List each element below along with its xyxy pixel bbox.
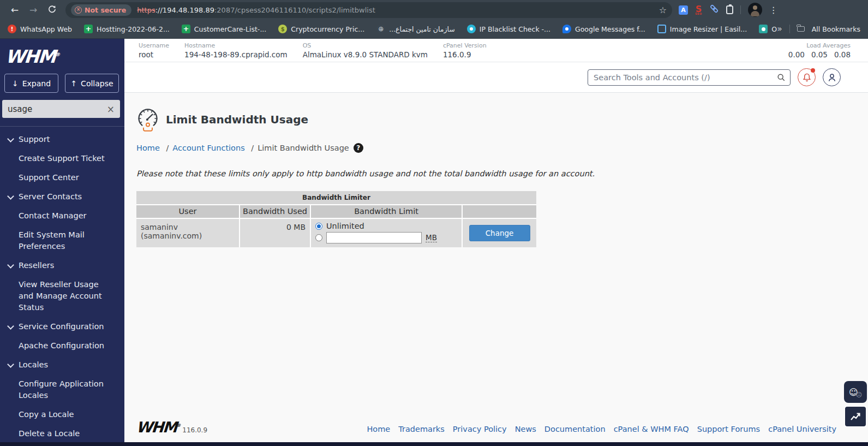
footer-link[interactable]: Support Forums — [697, 425, 760, 433]
sidebar-nav-row[interactable]: Service Configuration — [0, 317, 124, 336]
footer-link[interactable]: Documentation — [544, 425, 606, 433]
limit-value-input[interactable] — [326, 232, 422, 243]
header-search — [588, 69, 791, 86]
bookmark-item[interactable]: Cryptocurrency Pric... — [278, 25, 364, 33]
whm-app: WHM® ↓Expand ↑Collapse × Support — [0, 39, 868, 442]
bookmark-label: Cryptocurrency Pric... — [291, 25, 364, 33]
footer-link[interactable]: News — [515, 425, 536, 433]
breadcrumb-link[interactable]: Home — [136, 144, 160, 152]
feedback-button[interactable]: ☺☹ — [844, 381, 867, 403]
not-secure-chip[interactable]: × Not secure — [71, 4, 131, 16]
load-average-value: 0.05 — [811, 50, 828, 59]
unlimited-radio[interactable] — [315, 223, 322, 230]
sidebar-nav-row[interactable]: Apache Configuration — [0, 336, 124, 355]
sidebar-nav-row[interactable]: Resellers — [0, 256, 124, 275]
unlimited-label: Unlimited — [326, 222, 364, 230]
seo-extension-icon[interactable]: SSEO — [695, 5, 702, 15]
footer-link[interactable]: cPanel & WHM FAQ — [614, 425, 689, 433]
bookmarks-overflow-icon[interactable]: » — [777, 24, 782, 34]
action-cell: Change — [463, 219, 536, 247]
sidebar-nav-label: Configure Application Locales — [19, 378, 115, 401]
bookmark-item[interactable]: Hostting-2022-06-2... — [84, 25, 170, 33]
load-averages-label: Load Averages — [788, 42, 851, 49]
user-cell: samaninv (samaninv.com) — [136, 219, 239, 247]
sidebar-nav-row[interactable]: Create Support Ticket — [0, 149, 124, 168]
bookmark-label: CustomerCare-List-... — [194, 25, 266, 33]
whm-logo: WHM® — [5, 46, 61, 67]
breadcrumb-separator: / — [166, 144, 169, 152]
notifications-button[interactable] — [798, 68, 816, 86]
chevron-down-icon — [7, 324, 15, 329]
sidebar-nav-row[interactable]: Server Contacts — [0, 187, 124, 206]
extensions-icon[interactable] — [726, 5, 733, 14]
bookmark-item[interactable]: CustomerCare-List-... — [182, 25, 266, 33]
sidebar-nav-row[interactable]: Delete a Locale — [0, 424, 124, 442]
sidebar-nav-row[interactable]: Support Center — [0, 168, 124, 187]
bookmark-item[interactable]: IP Blacklist Check -... — [467, 25, 550, 33]
sidebar-nav-row[interactable]: View Reseller Usage and Manage Account S… — [0, 275, 124, 317]
sidebar-nav-row[interactable]: Support — [0, 130, 124, 149]
back-icon[interactable]: ← — [5, 4, 24, 15]
url-host: ://194.48.198.89 — [155, 6, 214, 14]
footer-link[interactable]: cPanel University — [768, 425, 836, 433]
sidebar-nav-row[interactable]: Copy a Locale — [0, 405, 124, 424]
breadcrumb-link[interactable]: Limit Bandwidth Usage — [258, 144, 349, 152]
main-content: Limit Bandwidth Usage Home / Account Fun — [124, 93, 868, 442]
sidebar-nav-row[interactable]: Edit System Mail Preferences — [0, 225, 124, 256]
chevron-down-icon — [7, 263, 15, 268]
link-extension-icon[interactable] — [709, 4, 719, 16]
bookmark-label: Online Image Comp... — [771, 25, 777, 33]
bookmark-item[interactable]: Online Image Comp... — [759, 25, 777, 33]
sidebar-buttons: ↓Expand ↑Collapse — [4, 74, 119, 93]
forward-icon[interactable]: → — [24, 4, 43, 15]
footer-link[interactable]: Trademarks — [398, 425, 445, 433]
table-column-header: Bandwidth Used — [240, 205, 310, 218]
search-input[interactable] — [588, 69, 791, 86]
collapse-button[interactable]: ↑Collapse — [65, 74, 119, 93]
sidebar-nav-row[interactable]: Locales — [0, 355, 124, 374]
table-column-header: Bandwidth Limit — [311, 205, 462, 218]
sidebar-nav-label: Contact Manager — [19, 210, 87, 222]
search-icon[interactable] — [777, 73, 786, 82]
sidebar-nav-row[interactable]: Configure Application Locales — [0, 374, 124, 405]
footer-link[interactable]: Privacy Policy — [453, 425, 507, 433]
bookmark-favicon — [657, 25, 666, 33]
bookmark-item[interactable]: Google Messages f... — [562, 25, 645, 33]
bookmark-star-icon[interactable]: ☆ — [659, 5, 667, 15]
translate-extension-icon[interactable]: A — [679, 5, 688, 15]
bookmark-item[interactable]: Image Resizer | Easil... — [657, 25, 747, 33]
note-text: Please note that these limits only apply… — [136, 169, 868, 178]
profile-avatar[interactable] — [748, 3, 762, 17]
bookmark-item[interactable]: سازمان تامین اجتماع... — [376, 25, 455, 33]
sidebar-filter-input[interactable] — [8, 104, 100, 114]
bookmark-item[interactable]: WhatsApp Web — [8, 25, 72, 33]
reload-icon[interactable] — [43, 4, 61, 16]
breadcrumb-link[interactable]: Account Functions — [172, 144, 244, 152]
bookmark-favicon — [8, 25, 16, 33]
page-title: Limit Bandwidth Usage — [166, 113, 308, 126]
footer: WHM®116.0.9 HomeTrademarksPrivacy Policy… — [136, 419, 836, 436]
change-button[interactable]: Change — [469, 225, 530, 241]
browser-menu-icon[interactable]: ⋮ — [769, 5, 778, 15]
footer-link[interactable]: Home — [367, 425, 390, 433]
all-bookmarks-label[interactable]: All Bookmarks — [812, 25, 860, 33]
bookmark-label: Hostting-2022-06-2... — [97, 25, 170, 33]
user-menu-button[interactable] — [823, 68, 841, 86]
address-bar[interactable]: × Not secure https://194.48.198.89:2087/… — [65, 2, 672, 18]
server-field: OS AlmaLinux v8.9.0 STANDARD kvm — [303, 42, 428, 59]
help-icon[interactable]: ? — [354, 143, 363, 153]
server-field: Username root — [139, 42, 169, 59]
clear-filter-icon[interactable]: × — [107, 104, 115, 115]
server-field-label: OS — [303, 42, 428, 49]
server-field-label: Hostname — [184, 42, 288, 49]
custom-limit-radio[interactable] — [315, 234, 322, 241]
table-caption: Bandwidth Limiter — [136, 191, 536, 204]
sidebar-nav-row[interactable]: Contact Manager — [0, 206, 124, 225]
browser-toolbar: ← → × Not secure https://194.48.198.89:2… — [0, 0, 868, 20]
bookmark-favicon — [376, 25, 385, 33]
folder-icon — [797, 26, 805, 32]
load-averages: Load Averages 0.000.050.08 — [788, 42, 851, 59]
bandwidth-limit-cell: Unlimited MB — [311, 219, 462, 247]
analytics-button[interactable] — [844, 406, 867, 427]
expand-button[interactable]: ↓Expand — [4, 74, 58, 93]
